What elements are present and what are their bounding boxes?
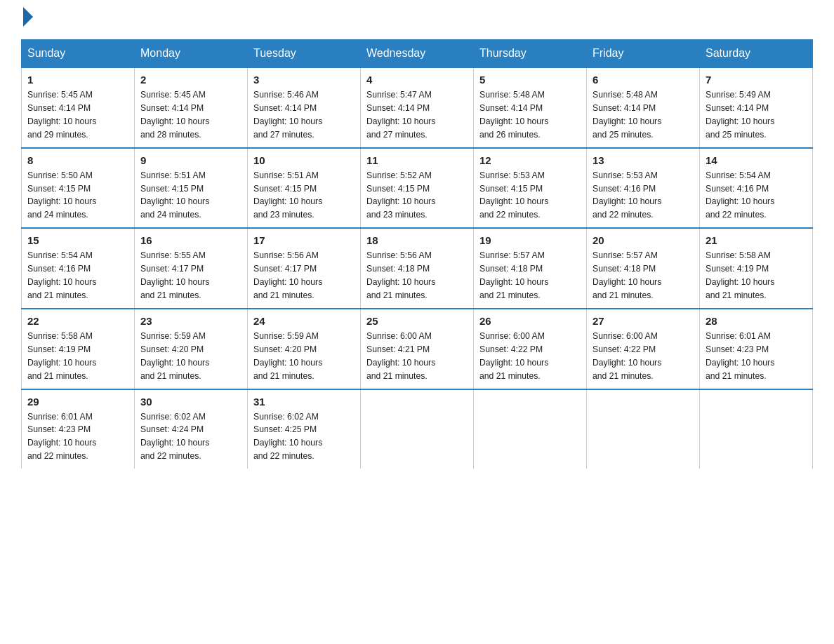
header-thursday: Thursday xyxy=(474,40,587,68)
table-row: 29Sunrise: 6:01 AMSunset: 4:23 PMDayligh… xyxy=(22,389,135,469)
table-row: 26Sunrise: 6:00 AMSunset: 4:22 PMDayligh… xyxy=(474,309,587,389)
day-info: Sunrise: 6:02 AMSunset: 4:25 PMDaylight:… xyxy=(253,410,355,464)
day-number: 18 xyxy=(366,234,468,246)
day-number: 5 xyxy=(479,74,581,86)
day-number: 20 xyxy=(593,234,694,246)
day-info: Sunrise: 5:59 AMSunset: 4:20 PMDaylight:… xyxy=(140,330,241,383)
day-info: Sunrise: 5:49 AMSunset: 4:14 PMDaylight:… xyxy=(706,88,807,142)
day-info: Sunrise: 5:47 AMSunset: 4:14 PMDaylight:… xyxy=(366,88,468,142)
table-row: 15Sunrise: 5:54 AMSunset: 4:16 PMDayligh… xyxy=(22,228,135,309)
day-number: 24 xyxy=(253,315,355,327)
day-info: Sunrise: 5:54 AMSunset: 4:16 PMDaylight:… xyxy=(706,169,807,222)
day-info: Sunrise: 5:58 AMSunset: 4:19 PMDaylight:… xyxy=(27,330,128,383)
day-info: Sunrise: 5:59 AMSunset: 4:20 PMDaylight:… xyxy=(253,330,355,383)
table-row: 12Sunrise: 5:53 AMSunset: 4:15 PMDayligh… xyxy=(474,148,587,229)
table-row: 7Sunrise: 5:49 AMSunset: 4:14 PMDaylight… xyxy=(700,67,813,148)
day-info: Sunrise: 5:48 AMSunset: 4:14 PMDaylight:… xyxy=(479,88,581,142)
header-friday: Friday xyxy=(587,40,700,68)
week-row-2: 8Sunrise: 5:50 AMSunset: 4:15 PMDaylight… xyxy=(22,148,813,229)
day-number: 8 xyxy=(27,154,128,166)
table-row: 23Sunrise: 5:59 AMSunset: 4:20 PMDayligh… xyxy=(135,309,248,389)
table-row: 1Sunrise: 5:45 AMSunset: 4:14 PMDaylight… xyxy=(22,67,135,148)
table-row xyxy=(474,389,587,469)
table-row: 2Sunrise: 5:45 AMSunset: 4:14 PMDaylight… xyxy=(135,67,248,148)
day-info: Sunrise: 5:54 AMSunset: 4:16 PMDaylight:… xyxy=(27,249,128,302)
day-number: 1 xyxy=(27,74,128,86)
day-info: Sunrise: 5:45 AMSunset: 4:14 PMDaylight:… xyxy=(27,88,128,142)
table-row: 28Sunrise: 6:01 AMSunset: 4:23 PMDayligh… xyxy=(700,309,813,389)
page-header xyxy=(21,14,813,27)
day-number: 3 xyxy=(253,74,355,86)
day-info: Sunrise: 5:58 AMSunset: 4:19 PMDaylight:… xyxy=(706,249,807,302)
day-number: 19 xyxy=(479,234,581,246)
day-number: 2 xyxy=(140,74,241,86)
day-info: Sunrise: 6:00 AMSunset: 4:21 PMDaylight:… xyxy=(366,330,468,383)
day-info: Sunrise: 5:56 AMSunset: 4:18 PMDaylight:… xyxy=(366,249,468,302)
day-info: Sunrise: 6:01 AMSunset: 4:23 PMDaylight:… xyxy=(27,410,128,464)
table-row: 17Sunrise: 5:56 AMSunset: 4:17 PMDayligh… xyxy=(248,228,361,309)
table-row: 3Sunrise: 5:46 AMSunset: 4:14 PMDaylight… xyxy=(248,67,361,148)
day-info: Sunrise: 5:51 AMSunset: 4:15 PMDaylight:… xyxy=(253,169,355,222)
table-row: 24Sunrise: 5:59 AMSunset: 4:20 PMDayligh… xyxy=(248,309,361,389)
day-number: 10 xyxy=(253,154,355,166)
day-info: Sunrise: 5:48 AMSunset: 4:14 PMDaylight:… xyxy=(593,88,694,142)
table-row: 31Sunrise: 6:02 AMSunset: 4:25 PMDayligh… xyxy=(248,389,361,469)
day-number: 30 xyxy=(140,396,241,408)
table-row: 9Sunrise: 5:51 AMSunset: 4:15 PMDaylight… xyxy=(135,148,248,229)
day-number: 21 xyxy=(706,234,807,246)
day-info: Sunrise: 5:50 AMSunset: 4:15 PMDaylight:… xyxy=(27,169,128,222)
table-row: 22Sunrise: 5:58 AMSunset: 4:19 PMDayligh… xyxy=(22,309,135,389)
header-saturday: Saturday xyxy=(700,40,813,68)
day-info: Sunrise: 6:00 AMSunset: 4:22 PMDaylight:… xyxy=(593,330,694,383)
day-number: 9 xyxy=(140,154,241,166)
day-info: Sunrise: 5:57 AMSunset: 4:18 PMDaylight:… xyxy=(593,249,694,302)
day-number: 13 xyxy=(593,154,694,166)
day-number: 26 xyxy=(479,315,581,327)
day-number: 11 xyxy=(366,154,468,166)
calendar-table: SundayMondayTuesdayWednesdayThursdayFrid… xyxy=(21,39,813,469)
week-row-5: 29Sunrise: 6:01 AMSunset: 4:23 PMDayligh… xyxy=(22,389,813,469)
day-number: 23 xyxy=(140,315,241,327)
day-info: Sunrise: 5:51 AMSunset: 4:15 PMDaylight:… xyxy=(140,169,241,222)
day-number: 16 xyxy=(140,234,241,246)
table-row: 27Sunrise: 6:00 AMSunset: 4:22 PMDayligh… xyxy=(587,309,700,389)
table-row: 5Sunrise: 5:48 AMSunset: 4:14 PMDaylight… xyxy=(474,67,587,148)
day-number: 4 xyxy=(366,74,468,86)
header-tuesday: Tuesday xyxy=(248,40,361,68)
day-info: Sunrise: 6:00 AMSunset: 4:22 PMDaylight:… xyxy=(479,330,581,383)
logo-triangle-icon xyxy=(23,7,33,27)
day-number: 15 xyxy=(27,234,128,246)
day-info: Sunrise: 5:53 AMSunset: 4:16 PMDaylight:… xyxy=(593,169,694,222)
day-info: Sunrise: 5:45 AMSunset: 4:14 PMDaylight:… xyxy=(140,88,241,142)
day-number: 7 xyxy=(706,74,807,86)
week-row-3: 15Sunrise: 5:54 AMSunset: 4:16 PMDayligh… xyxy=(22,228,813,309)
day-info: Sunrise: 5:46 AMSunset: 4:14 PMDaylight:… xyxy=(253,88,355,142)
day-number: 25 xyxy=(366,315,468,327)
table-row: 19Sunrise: 5:57 AMSunset: 4:18 PMDayligh… xyxy=(474,228,587,309)
table-row xyxy=(587,389,700,469)
table-row: 25Sunrise: 6:00 AMSunset: 4:21 PMDayligh… xyxy=(361,309,474,389)
calendar-header-row: SundayMondayTuesdayWednesdayThursdayFrid… xyxy=(22,40,813,68)
day-number: 6 xyxy=(593,74,694,86)
table-row: 20Sunrise: 5:57 AMSunset: 4:18 PMDayligh… xyxy=(587,228,700,309)
header-wednesday: Wednesday xyxy=(361,40,474,68)
table-row: 14Sunrise: 5:54 AMSunset: 4:16 PMDayligh… xyxy=(700,148,813,229)
day-number: 29 xyxy=(27,396,128,408)
table-row: 4Sunrise: 5:47 AMSunset: 4:14 PMDaylight… xyxy=(361,67,474,148)
table-row xyxy=(700,389,813,469)
week-row-1: 1Sunrise: 5:45 AMSunset: 4:14 PMDaylight… xyxy=(22,67,813,148)
day-number: 22 xyxy=(27,315,128,327)
day-info: Sunrise: 5:57 AMSunset: 4:18 PMDaylight:… xyxy=(479,249,581,302)
table-row: 30Sunrise: 6:02 AMSunset: 4:24 PMDayligh… xyxy=(135,389,248,469)
calendar-body: 1Sunrise: 5:45 AMSunset: 4:14 PMDaylight… xyxy=(22,67,813,469)
table-row: 6Sunrise: 5:48 AMSunset: 4:14 PMDaylight… xyxy=(587,67,700,148)
day-info: Sunrise: 5:53 AMSunset: 4:15 PMDaylight:… xyxy=(479,169,581,222)
header-sunday: Sunday xyxy=(22,40,135,68)
day-info: Sunrise: 5:52 AMSunset: 4:15 PMDaylight:… xyxy=(366,169,468,222)
table-row: 8Sunrise: 5:50 AMSunset: 4:15 PMDaylight… xyxy=(22,148,135,229)
header-monday: Monday xyxy=(135,40,248,68)
day-info: Sunrise: 5:55 AMSunset: 4:17 PMDaylight:… xyxy=(140,249,241,302)
logo xyxy=(21,14,33,27)
table-row: 21Sunrise: 5:58 AMSunset: 4:19 PMDayligh… xyxy=(700,228,813,309)
table-row: 18Sunrise: 5:56 AMSunset: 4:18 PMDayligh… xyxy=(361,228,474,309)
